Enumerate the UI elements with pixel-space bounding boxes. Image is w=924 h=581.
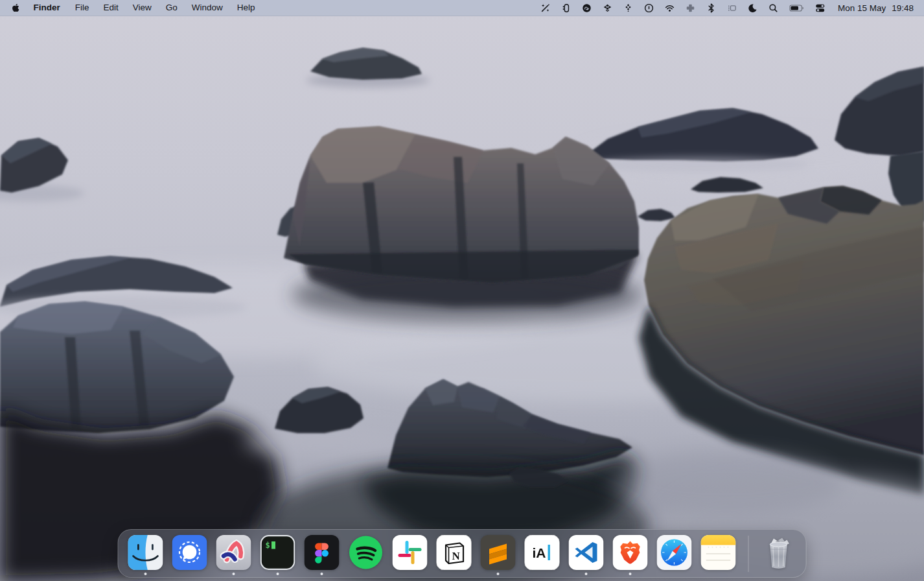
clock-time: 19:48	[892, 3, 914, 13]
finder-icon	[128, 535, 163, 570]
dock-item-arc[interactable]	[216, 530, 251, 576]
menubar-setapp-icon[interactable]	[618, 0, 639, 16]
dock-item-spotify[interactable]	[349, 530, 384, 576]
dock-item-terminal[interactable]: $	[260, 530, 295, 576]
menubar-magic-wand-icon[interactable]	[535, 0, 556, 16]
menubar-bluetooth-icon[interactable]	[701, 0, 722, 16]
menubar-power-circle-icon[interactable]	[639, 0, 660, 16]
figma-icon	[305, 535, 340, 570]
running-indicator	[585, 573, 588, 575]
dock-item-finder[interactable]	[128, 530, 163, 576]
iawriter-icon: iA	[525, 535, 560, 570]
brave-icon	[613, 535, 648, 570]
menubar-clock[interactable]: Mon 15 May 19:48	[831, 3, 915, 13]
dock-item-vscode[interactable]	[569, 530, 604, 576]
menubar-hidden-items-icon[interactable]	[722, 0, 743, 16]
dock-item-notion[interactable]: N	[437, 530, 472, 576]
spotify-icon	[349, 535, 384, 570]
dock-item-slack[interactable]	[393, 530, 428, 576]
menubar-plus-cross-icon[interactable]	[680, 0, 701, 16]
arc-icon	[216, 535, 251, 570]
slack-icon	[393, 535, 428, 570]
notion-icon: N	[437, 535, 472, 570]
running-indicator	[629, 573, 632, 575]
menubar-creative-cloud-icon[interactable]	[577, 0, 597, 16]
dock-item-signal[interactable]	[172, 530, 207, 576]
sublime-icon	[481, 535, 516, 570]
menu-items: FinderFileEditViewGoWindowHelp	[26, 0, 262, 16]
svg-text:$: $	[266, 541, 270, 550]
running-indicator	[233, 573, 235, 575]
menu-file[interactable]: File	[68, 0, 97, 16]
apple-icon	[12, 3, 19, 12]
trash-full-icon	[761, 535, 796, 570]
clock-date: Mon 15 May	[838, 3, 886, 13]
notes-icon	[701, 535, 736, 570]
terminal-icon: $	[260, 535, 295, 570]
menubar-pill-outline-icon[interactable]	[556, 0, 577, 16]
dock-item-iawriter[interactable]: iA	[525, 530, 560, 576]
running-indicator	[497, 573, 500, 575]
dock: $NiA	[118, 529, 807, 578]
dock-item-notes[interactable]	[701, 530, 736, 576]
menu-view[interactable]: View	[126, 0, 159, 16]
menubar-focus-moon-icon[interactable]	[743, 0, 763, 16]
dock-item-trash[interactable]	[761, 530, 796, 576]
menu-window[interactable]: Window	[185, 0, 230, 16]
dock-item-sublime[interactable]	[481, 530, 516, 576]
dock-item-brave[interactable]	[613, 530, 648, 576]
menu-finder[interactable]: Finder	[26, 0, 68, 16]
svg-text:iA: iA	[533, 545, 546, 560]
menu-edit[interactable]: Edit	[97, 0, 126, 16]
dock-item-figma[interactable]	[305, 530, 340, 576]
dock-apps: $NiA	[124, 530, 741, 577]
vscode-icon	[569, 535, 604, 570]
menubar-dropbox-icon[interactable]	[597, 0, 618, 16]
menu-help[interactable]: Help	[230, 0, 262, 16]
running-indicator	[321, 573, 323, 575]
menubar-control-center-icon[interactable]	[810, 0, 831, 16]
safari-icon	[657, 535, 692, 570]
svg-text:N: N	[452, 550, 461, 562]
menubar-battery-icon[interactable]	[784, 0, 810, 16]
menu-go[interactable]: Go	[159, 0, 185, 16]
signal-icon	[172, 535, 207, 570]
menu-bar: FinderFileEditViewGoWindowHelp Mon 15 Ma…	[0, 0, 924, 16]
dock-item-safari[interactable]	[657, 530, 692, 576]
menubar-spotlight-search-icon[interactable]	[763, 0, 784, 16]
desktop-wallpaper	[0, 0, 924, 581]
running-indicator	[144, 573, 147, 575]
menubar-wifi-icon[interactable]	[660, 0, 680, 16]
apple-menu[interactable]	[0, 0, 26, 16]
running-indicator	[277, 573, 279, 575]
status-icons	[535, 0, 831, 16]
dock-separator	[748, 536, 749, 572]
